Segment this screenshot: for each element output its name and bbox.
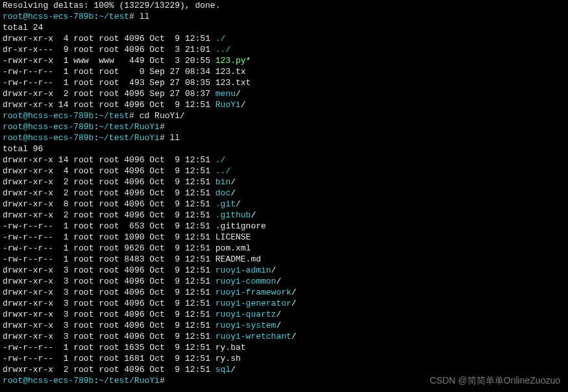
terminal-output[interactable]: Resolving deltas: 100% (13229/13229), do… [0, 0, 568, 386]
